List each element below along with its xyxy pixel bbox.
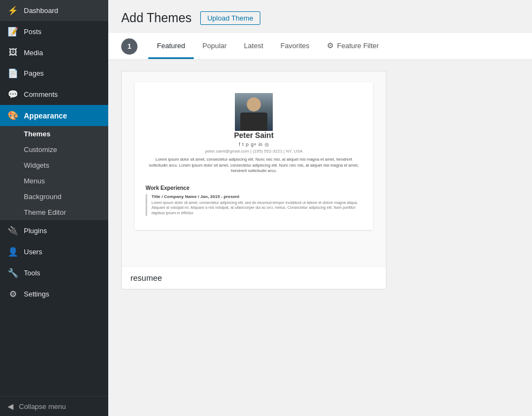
sidebar-item-menus[interactable]: Menus [0,173,108,189]
tab-popular[interactable]: Popular [194,34,235,59]
sidebar-item-theme-editor[interactable]: Theme Editor [0,204,108,220]
sidebar-item-dashboard[interactable]: ⚡ Dashboard [0,0,108,21]
sidebar-item-customize[interactable]: Customize [0,142,108,157]
facebook-icon: f [239,142,240,147]
sidebar-item-label: Comments [24,90,58,98]
sidebar-item-comments[interactable]: 💬 Comments [0,84,108,105]
sidebar-item-label: Settings [24,290,49,298]
plugins-icon: 🔌 [8,226,18,236]
sidebar-item-themes[interactable]: Themes [0,126,108,142]
sidebar-item-posts[interactable]: 📝 Posts [0,21,108,42]
sidebar-item-label: Posts [24,28,42,36]
collapse-label: Collapse menu [19,402,66,411]
sidebar-item-label: Tools [24,269,40,277]
theme-name: resumee [122,266,386,289]
sidebar-item-plugins[interactable]: 🔌 Plugins [0,220,108,241]
sidebar-item-pages[interactable]: 📄 Pages [0,63,108,84]
theme-card-resumee[interactable]: Peter Saint f t p g+ in ◎ peter.saint@gm… [121,71,386,289]
tab-favorites[interactable]: Favorites [272,34,318,59]
main-content: Add Themes Upload Theme 1 Featured Popul… [108,0,532,416]
appearance-icon: 🎨 [8,110,18,121]
users-icon: 👤 [8,247,18,257]
sidebar-item-label: Dashboard [24,6,58,15]
resume-job-title: Title / Company Name / Jan, 2015 - prese… [152,194,362,199]
sidebar-item-label: Media [24,49,43,57]
pinterest-icon: p [246,142,248,147]
resume-social-icons: f t p g+ in ◎ [239,142,268,147]
themes-grid: Peter Saint f t p g+ in ◎ peter.saint@gm… [108,60,532,300]
resume-bio: Lorem ipsum dolor sit amet, consectetur … [146,157,362,174]
media-icon: 🖼 [8,48,18,57]
sidebar-item-settings[interactable]: ⚙ Settings [0,283,108,305]
appearance-label: Appearance [24,111,67,120]
sidebar: ⚡ Dashboard 📝 Posts 🖼 Media 📄 Pages 💬 Co… [0,0,108,416]
sidebar-item-label: Pages [24,69,44,77]
collapse-menu-button[interactable]: ◀ Collapse menu [0,396,108,416]
tools-icon: 🔧 [8,268,18,278]
sidebar-item-tools[interactable]: 🔧 Tools [0,262,108,283]
resume-contact: peter.saint@gmail.com | (195) 552-3221 |… [205,149,303,154]
settings-icon: ⚙ [8,289,18,299]
tab-feature-filter-label: Feature Filter [337,42,379,50]
resume-person-name: Peter Saint [234,131,273,140]
google-icon: g+ [251,142,256,147]
appearance-submenu: Themes Customize Widgets Menus Backgroun… [0,126,108,220]
linkedin-icon: in [259,142,262,147]
gear-icon: ⚙ [327,41,334,50]
theme-count-badge: 1 [121,38,137,55]
resume-job-entry: Title / Company Name / Jan, 2015 - prese… [146,194,362,216]
rss-icon: ◎ [265,142,269,147]
upload-theme-button[interactable]: Upload Theme [200,11,260,25]
page-title: Add Themes [121,11,192,25]
avatar [235,93,273,131]
pages-icon: 📄 [8,68,18,78]
page-header: Add Themes Upload Theme [108,0,532,33]
sidebar-item-appearance[interactable]: 🎨 Appearance [0,105,108,126]
resume-top-section: Peter Saint f t p g+ in ◎ peter.saint@gm… [146,93,362,180]
tabs-bar: 1 Featured Popular Latest Favorites ⚙ Fe… [108,33,532,60]
sidebar-item-label: Plugins [24,227,47,235]
dashboard-icon: ⚡ [8,5,18,16]
resume-job-description: Lorem ipsum dolor sit amet, consectetur … [152,200,362,216]
resume-section-title: Work Experience [146,185,362,191]
sidebar-item-label: Users [24,248,42,256]
posts-icon: 📝 [8,27,18,37]
sidebar-item-background[interactable]: Background [0,189,108,204]
resume-preview: Peter Saint f t p g+ in ◎ peter.saint@gm… [135,82,373,230]
collapse-arrow-icon: ◀ [8,402,14,411]
theme-preview: Peter Saint f t p g+ in ◎ peter.saint@gm… [122,71,386,266]
comments-icon: 💬 [8,89,18,100]
tab-featured[interactable]: Featured [148,34,194,59]
sidebar-item-users[interactable]: 👤 Users [0,241,108,262]
sidebar-item-widgets[interactable]: Widgets [0,157,108,173]
tab-feature-filter[interactable]: ⚙ Feature Filter [318,34,387,59]
sidebar-item-media[interactable]: 🖼 Media [0,42,108,63]
tab-latest[interactable]: Latest [235,34,272,59]
twitter-icon: t [242,142,244,147]
